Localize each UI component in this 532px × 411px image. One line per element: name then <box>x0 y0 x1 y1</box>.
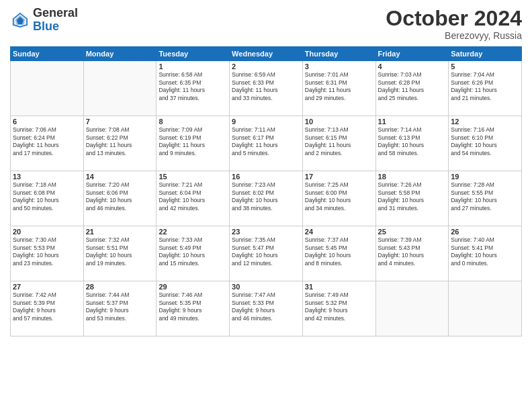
col-tuesday: Tuesday <box>157 47 230 61</box>
day-info: Sunrise: 7:09 AM Sunset: 6:19 PM Dayligh… <box>159 126 205 156</box>
calendar-cell: 11Sunrise: 7:14 AM Sunset: 6:13 PM Dayli… <box>375 116 449 171</box>
logo-blue-text: Blue <box>33 20 78 34</box>
day-info: Sunrise: 7:47 AM Sunset: 5:33 PM Dayligh… <box>232 291 275 321</box>
day-number: 28 <box>86 283 154 291</box>
calendar-cell: 16Sunrise: 7:23 AM Sunset: 6:02 PM Dayli… <box>230 171 303 226</box>
day-number: 12 <box>451 118 519 126</box>
day-number: 9 <box>232 118 300 126</box>
location: Berezovyy, Russia <box>386 30 522 41</box>
logo-text: General Blue <box>33 7 78 34</box>
day-info: Sunrise: 6:59 AM Sunset: 6:33 PM Dayligh… <box>232 71 278 101</box>
month-title: October 2024 <box>386 7 522 30</box>
calendar-cell: 31Sunrise: 7:49 AM Sunset: 5:32 PM Dayli… <box>302 281 375 336</box>
col-friday: Friday <box>375 47 449 61</box>
day-info: Sunrise: 7:35 AM Sunset: 5:47 PM Dayligh… <box>232 236 278 266</box>
calendar-week-1: 6Sunrise: 7:06 AM Sunset: 6:24 PM Daylig… <box>11 116 522 171</box>
day-info: Sunrise: 7:04 AM Sunset: 6:26 PM Dayligh… <box>451 71 497 101</box>
col-wednesday: Wednesday <box>230 47 303 61</box>
calendar-cell: 5Sunrise: 7:04 AM Sunset: 6:26 PM Daylig… <box>449 61 522 116</box>
day-info: Sunrise: 7:13 AM Sunset: 6:15 PM Dayligh… <box>305 126 351 156</box>
day-info: Sunrise: 7:33 AM Sunset: 5:49 PM Dayligh… <box>159 236 205 266</box>
day-info: Sunrise: 7:25 AM Sunset: 6:00 PM Dayligh… <box>305 181 351 211</box>
day-number: 17 <box>305 173 373 181</box>
day-number: 3 <box>305 62 373 71</box>
page: General Blue October 2024 Berezovyy, Rus… <box>0 0 532 411</box>
day-info: Sunrise: 7:08 AM Sunset: 6:22 PM Dayligh… <box>86 126 132 156</box>
day-info: Sunrise: 7:23 AM Sunset: 6:02 PM Dayligh… <box>232 181 278 211</box>
calendar-cell: 28Sunrise: 7:44 AM Sunset: 5:37 PM Dayli… <box>83 281 157 336</box>
day-info: Sunrise: 7:39 AM Sunset: 5:43 PM Dayligh… <box>378 236 425 266</box>
logo-icon <box>10 10 30 30</box>
day-number: 4 <box>378 62 447 71</box>
calendar-cell <box>449 281 522 336</box>
day-number: 18 <box>378 173 447 181</box>
calendar-cell: 30Sunrise: 7:47 AM Sunset: 5:33 PM Dayli… <box>230 281 303 336</box>
day-info: Sunrise: 7:18 AM Sunset: 6:08 PM Dayligh… <box>13 181 59 211</box>
title-block: October 2024 Berezovyy, Russia <box>386 7 522 41</box>
calendar-cell: 9Sunrise: 7:11 AM Sunset: 6:17 PM Daylig… <box>230 116 303 171</box>
day-info: Sunrise: 6:58 AM Sunset: 6:35 PM Dayligh… <box>159 71 205 101</box>
calendar-cell: 10Sunrise: 7:13 AM Sunset: 6:15 PM Dayli… <box>302 116 375 171</box>
logo-general: General <box>33 7 78 20</box>
day-info: Sunrise: 7:20 AM Sunset: 6:06 PM Dayligh… <box>86 181 132 211</box>
day-number: 20 <box>13 228 81 236</box>
day-number: 21 <box>86 228 154 236</box>
day-number: 31 <box>305 283 373 291</box>
calendar-cell: 3Sunrise: 7:01 AM Sunset: 6:31 PM Daylig… <box>302 61 375 116</box>
calendar-cell: 2Sunrise: 6:59 AM Sunset: 6:33 PM Daylig… <box>230 61 303 116</box>
day-number: 30 <box>232 283 300 291</box>
day-number: 26 <box>451 228 519 236</box>
calendar-cell: 8Sunrise: 7:09 AM Sunset: 6:19 PM Daylig… <box>157 116 230 171</box>
day-info: Sunrise: 7:32 AM Sunset: 5:51 PM Dayligh… <box>86 236 132 266</box>
calendar-cell: 1Sunrise: 6:58 AM Sunset: 6:35 PM Daylig… <box>157 61 230 116</box>
calendar-cell: 4Sunrise: 7:03 AM Sunset: 6:28 PM Daylig… <box>375 61 449 116</box>
day-info: Sunrise: 7:11 AM Sunset: 6:17 PM Dayligh… <box>232 126 278 156</box>
calendar: Sunday Monday Tuesday Wednesday Thursday… <box>10 46 522 336</box>
calendar-cell <box>83 61 157 116</box>
header: General Blue October 2024 Berezovyy, Rus… <box>10 7 522 41</box>
calendar-cell: 19Sunrise: 7:28 AM Sunset: 5:55 PM Dayli… <box>449 171 522 226</box>
col-monday: Monday <box>83 47 157 61</box>
calendar-week-3: 20Sunrise: 7:30 AM Sunset: 5:53 PM Dayli… <box>11 226 522 281</box>
col-thursday: Thursday <box>302 47 375 61</box>
day-number: 23 <box>232 228 300 236</box>
calendar-cell: 7Sunrise: 7:08 AM Sunset: 6:22 PM Daylig… <box>83 116 157 171</box>
calendar-week-0: 1Sunrise: 6:58 AM Sunset: 6:35 PM Daylig… <box>11 61 522 116</box>
day-number: 15 <box>159 173 227 181</box>
day-info: Sunrise: 7:21 AM Sunset: 6:04 PM Dayligh… <box>159 181 205 211</box>
calendar-cell: 20Sunrise: 7:30 AM Sunset: 5:53 PM Dayli… <box>11 226 84 281</box>
calendar-cell: 13Sunrise: 7:18 AM Sunset: 6:08 PM Dayli… <box>11 171 84 226</box>
day-number: 1 <box>159 62 227 71</box>
day-number: 14 <box>86 173 154 181</box>
day-info: Sunrise: 7:26 AM Sunset: 5:58 PM Dayligh… <box>378 181 425 211</box>
day-number: 27 <box>13 283 81 291</box>
calendar-cell: 26Sunrise: 7:40 AM Sunset: 5:41 PM Dayli… <box>449 226 522 281</box>
calendar-cell: 14Sunrise: 7:20 AM Sunset: 6:06 PM Dayli… <box>83 171 157 226</box>
calendar-cell <box>11 61 84 116</box>
day-number: 2 <box>232 62 300 71</box>
calendar-week-4: 27Sunrise: 7:42 AM Sunset: 5:39 PM Dayli… <box>11 281 522 336</box>
calendar-cell: 24Sunrise: 7:37 AM Sunset: 5:45 PM Dayli… <box>302 226 375 281</box>
calendar-cell: 15Sunrise: 7:21 AM Sunset: 6:04 PM Dayli… <box>157 171 230 226</box>
day-number: 16 <box>232 173 300 181</box>
day-info: Sunrise: 7:46 AM Sunset: 5:35 PM Dayligh… <box>159 291 202 321</box>
day-number: 22 <box>159 228 227 236</box>
day-number: 8 <box>159 118 227 126</box>
calendar-cell: 29Sunrise: 7:46 AM Sunset: 5:35 PM Dayli… <box>157 281 230 336</box>
day-info: Sunrise: 7:44 AM Sunset: 5:37 PM Dayligh… <box>86 291 130 321</box>
day-number: 13 <box>13 173 81 181</box>
day-info: Sunrise: 7:49 AM Sunset: 5:32 PM Dayligh… <box>305 291 349 321</box>
calendar-cell: 27Sunrise: 7:42 AM Sunset: 5:39 PM Dayli… <box>11 281 84 336</box>
day-number: 5 <box>451 62 519 71</box>
day-info: Sunrise: 7:42 AM Sunset: 5:39 PM Dayligh… <box>13 291 56 321</box>
day-info: Sunrise: 7:16 AM Sunset: 6:10 PM Dayligh… <box>451 126 497 156</box>
logo: General Blue <box>10 7 78 34</box>
calendar-cell: 22Sunrise: 7:33 AM Sunset: 5:49 PM Dayli… <box>157 226 230 281</box>
day-number: 24 <box>305 228 373 236</box>
calendar-cell: 12Sunrise: 7:16 AM Sunset: 6:10 PM Dayli… <box>449 116 522 171</box>
day-number: 29 <box>159 283 227 291</box>
calendar-cell: 6Sunrise: 7:06 AM Sunset: 6:24 PM Daylig… <box>11 116 84 171</box>
day-info: Sunrise: 7:30 AM Sunset: 5:53 PM Dayligh… <box>13 236 59 266</box>
calendar-cell: 25Sunrise: 7:39 AM Sunset: 5:43 PM Dayli… <box>375 226 449 281</box>
calendar-cell: 23Sunrise: 7:35 AM Sunset: 5:47 PM Dayli… <box>230 226 303 281</box>
